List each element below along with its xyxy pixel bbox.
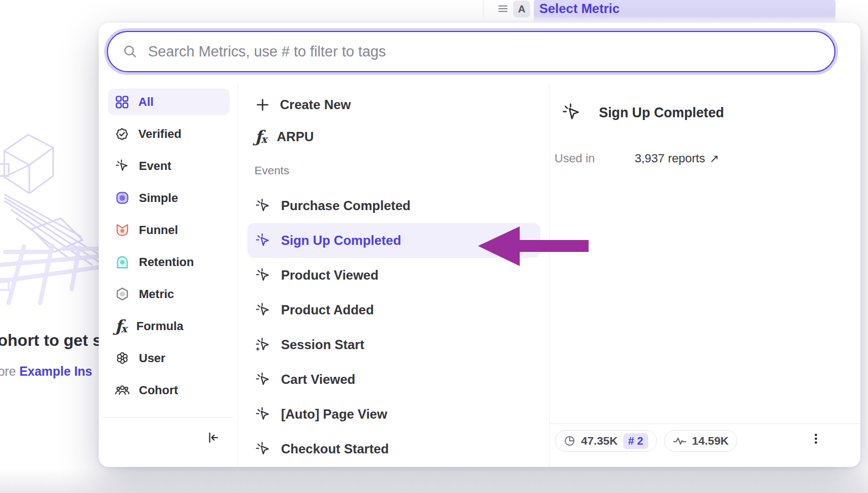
event-spark-cursor-icon xyxy=(255,371,271,388)
activity-count-badge[interactable]: 14.59K xyxy=(664,430,738,452)
search-input[interactable] xyxy=(148,43,824,60)
rank-chip: # 2 xyxy=(623,433,648,449)
event-spark-cursor-icon xyxy=(255,302,271,318)
annotation-arrow xyxy=(472,219,589,271)
list-item-label: Session Start xyxy=(281,337,364,352)
list-item-arpu[interactable]: ƒx ARPU xyxy=(247,121,540,153)
sidebar-item-user[interactable]: User xyxy=(108,345,229,371)
sidebar-item-label: Metric xyxy=(139,287,174,301)
event-spark-cursor-icon xyxy=(115,159,130,173)
formula-fx-icon: ƒx xyxy=(255,129,267,145)
used-in-reports-link[interactable]: 3,937 reports↗ xyxy=(635,151,719,166)
metric-row-label-badge: A xyxy=(513,1,530,17)
list-item-label: Product Added xyxy=(281,302,374,318)
search-box xyxy=(107,31,835,72)
collapse-sidebar-button[interactable] xyxy=(204,428,222,447)
retention-icon xyxy=(115,255,130,269)
used-in-label: Used in xyxy=(554,151,635,166)
sidebar-item-funnel[interactable]: Funnel xyxy=(108,217,229,243)
formula-fx-icon: ƒx xyxy=(115,318,127,334)
pie-chart-icon xyxy=(564,435,576,447)
event-spark-cursor-icon xyxy=(561,102,582,123)
topbar-divider xyxy=(483,0,483,17)
event-spark-cursor-icon xyxy=(255,406,271,422)
metric-hexagon-icon xyxy=(115,287,130,301)
sidebar-item-event[interactable]: Event xyxy=(108,153,229,179)
list-item-purchase-completed[interactable]: Purchase Completed xyxy=(247,188,540,223)
select-metric-field[interactable]: Select Metric xyxy=(534,0,835,17)
list-item-cart-viewed[interactable]: Cart Viewed xyxy=(247,362,540,397)
create-new-button[interactable]: Create New xyxy=(247,89,540,121)
sidebar-item-label: Retention xyxy=(139,255,194,269)
dialog-body: All Verified Event Simple xyxy=(99,84,860,467)
list-item-session-start[interactable]: Session Start xyxy=(247,327,540,362)
sidebar-item-label: User xyxy=(139,351,165,365)
sidebar-item-label: Cohort xyxy=(139,383,178,397)
list-item-label: Purchase Completed xyxy=(281,198,411,213)
total-count-badge[interactable]: 47.35K # 2 xyxy=(555,430,657,452)
metric-detail-panel: Sign Up Completed Used in 3,937 reports↗… xyxy=(550,84,860,467)
cohort-people-icon xyxy=(115,383,130,397)
page-bottom-fade xyxy=(0,468,868,493)
grid-icon xyxy=(115,95,129,109)
simple-icon xyxy=(115,191,130,205)
detail-header: Sign Up Completed xyxy=(561,102,860,123)
sidebar-item-label: Event xyxy=(139,159,171,173)
sidebar-item-label: Verified xyxy=(138,127,181,141)
events-section-header: Events xyxy=(247,153,540,188)
used-in-row: Used in 3,937 reports↗ xyxy=(554,151,850,166)
sidebar-item-retention[interactable]: Retention xyxy=(108,249,229,275)
sidebar-item-label: Simple xyxy=(139,191,178,205)
sidebar-item-cohort[interactable]: Cohort xyxy=(108,377,229,403)
list-item-label: Cart Viewed xyxy=(281,372,355,387)
example-insights-link[interactable]: Example Ins xyxy=(20,364,92,378)
stat-value: 47.35K xyxy=(581,434,618,447)
sidebar-item-metric[interactable]: Metric xyxy=(108,281,229,307)
metric-type-sidebar: All Verified Event Simple xyxy=(99,84,238,467)
background-heading-fragment: Cohort to get s xyxy=(0,331,101,350)
list-item-auto-page-view[interactable]: [Auto] Page View xyxy=(247,397,540,432)
collapse-left-icon xyxy=(206,431,220,445)
detail-footer: 47.35K # 2 14.59K xyxy=(550,424,860,467)
external-link-icon: ↗ xyxy=(710,152,719,165)
pulse-icon xyxy=(673,434,687,448)
list-item-label: ARPU xyxy=(277,129,314,144)
list-item-label: Checkout Started xyxy=(281,441,389,457)
sidebar-item-verified[interactable]: Verified xyxy=(108,121,229,147)
sidebar-item-formula[interactable]: ƒx Formula xyxy=(108,313,229,339)
metric-field-fade xyxy=(534,17,835,23)
event-spark-cursor-icon xyxy=(255,198,271,214)
more-options-icon[interactable] xyxy=(809,432,822,445)
sidebar-item-label: All xyxy=(138,95,154,109)
decorative-illustration xyxy=(0,123,103,307)
plus-icon xyxy=(255,97,270,112)
background-link-prefix: ore xyxy=(0,364,16,378)
event-spark-cursor-icon xyxy=(255,441,271,457)
list-item-label: Create New xyxy=(280,97,351,112)
session-start-spark-cursor-icon xyxy=(255,337,271,353)
verified-badge-icon xyxy=(115,127,129,141)
event-spark-cursor-icon xyxy=(255,232,271,249)
list-item-label: Sign Up Completed xyxy=(281,233,401,248)
event-spark-cursor-icon xyxy=(255,267,271,283)
sidebar-item-label: Funnel xyxy=(139,223,178,237)
stat-value: 14.59K xyxy=(692,434,729,447)
list-item-label: Product Viewed xyxy=(281,268,379,283)
sidebar-item-simple[interactable]: Simple xyxy=(108,185,229,211)
user-cluster-icon xyxy=(115,351,130,365)
metric-list: Create New ƒx ARPU Events Purchase Compl… xyxy=(238,84,550,467)
funnel-icon xyxy=(115,223,130,237)
sidebar-item-all[interactable]: All xyxy=(108,89,229,115)
list-item-checkout-started[interactable]: Checkout Started xyxy=(247,432,540,466)
select-metric-title: Select Metric xyxy=(539,1,620,16)
search-icon xyxy=(123,45,137,59)
sidebar-footer-divider xyxy=(103,417,233,418)
sidebar-item-label: Formula xyxy=(136,319,183,333)
detail-title: Sign Up Completed xyxy=(599,105,724,121)
drag-handle-icon[interactable] xyxy=(498,4,508,13)
background-link-line: ore Example Ins xyxy=(0,364,92,379)
list-item-label: [Auto] Page View xyxy=(281,407,387,422)
list-item-product-added[interactable]: Product Added xyxy=(247,293,540,327)
